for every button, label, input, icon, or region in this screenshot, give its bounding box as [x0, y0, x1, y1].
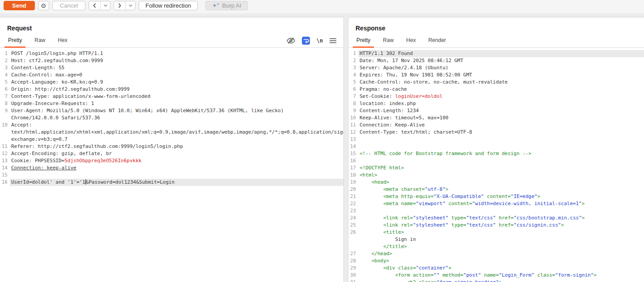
code-line: 26 <title>	[348, 229, 644, 236]
hamburger-menu-icon	[330, 38, 336, 43]
code-line[interactable]: 16UserId=doldol' and '1'='1&Password=dol…	[0, 179, 343, 186]
code-line: 21 <meta http-equiv="X-UA-Compatible" co…	[348, 193, 644, 200]
line-number: 16	[0, 179, 10, 186]
code-line[interactable]: 5Accept-Language: ko-KR,ko;q=0.9	[0, 79, 343, 86]
code-line[interactable]: 13Cookie: PHPSESSID=5djshObppreq3eO526In…	[0, 157, 343, 164]
line-number: 6	[0, 86, 10, 93]
response-tab-render[interactable]: Render	[425, 34, 449, 47]
line-number: 15	[348, 150, 358, 157]
request-tabbar: Pretty Raw Hex	[0, 34, 343, 48]
back-button[interactable]	[89, 1, 101, 10]
response-tab-hex[interactable]: Hex	[402, 34, 419, 47]
send-button[interactable]: Send	[4, 1, 35, 10]
code-line: 24 <link rel="stylesheet" type="text/css…	[348, 215, 644, 222]
code-line[interactable]: 3Content-Length: 55	[0, 64, 343, 72]
line-number: 29	[348, 265, 358, 272]
line-number: 2	[0, 57, 10, 64]
line-number: 8	[348, 100, 358, 107]
sparkle-icon: ✦✦	[212, 3, 220, 8]
line-number: 6	[348, 86, 358, 93]
wrap-lines-icon	[302, 37, 310, 45]
line-number: 16	[348, 157, 358, 164]
code-line: 25 <link rel="stylesheet" type="text/css…	[348, 222, 644, 229]
history-forward-split-button	[114, 1, 136, 10]
code-line: </title>	[348, 243, 644, 250]
code-line: 4Expires: Thu, 19 Nov 1981 08:52:00 GMT	[348, 72, 644, 79]
request-tab-hex[interactable]: Hex	[54, 34, 71, 47]
code-line: 29 <div class="container">	[348, 265, 644, 272]
back-dropdown-button[interactable]	[101, 1, 110, 10]
request-view-options: \n	[287, 37, 339, 47]
code-line: 27 </head>	[348, 250, 644, 257]
editor-menu-button[interactable]	[330, 38, 336, 43]
request-panel-title: Request	[0, 17, 343, 34]
line-number: 10	[348, 114, 358, 122]
toolbar: Send ⚙ Cancel Follow redirection ✦✦ Burp…	[0, 0, 644, 13]
code-line: 3Server: Apache/2.4.18 (Ubuntu)	[348, 64, 644, 72]
code-line[interactable]: 7Content-Type: application/x-www-form-ur…	[0, 93, 343, 100]
code-line[interactable]: 2Host: ctf2.segfaulthub.com:9999	[0, 57, 343, 64]
code-line[interactable]: 9User-Agent: Mozilla/5.0 (Windows NT 10.…	[0, 107, 343, 122]
code-line[interactable]: 12Accept-Encoding: gzip, deflate, br	[0, 150, 343, 157]
burp-ai-button[interactable]: ✦✦ Burp AI	[205, 1, 248, 10]
line-number: 25	[348, 222, 358, 229]
line-ending-toggle[interactable]: \n	[317, 38, 323, 44]
line-number: 1	[0, 50, 10, 57]
chevron-down-icon	[104, 4, 107, 7]
gear-icon: ⚙	[41, 3, 47, 9]
request-tab-pretty[interactable]: Pretty	[4, 34, 25, 47]
line-number: 21	[348, 193, 358, 200]
newline-icon: \n	[317, 38, 323, 44]
request-settings-button[interactable]: ⚙	[38, 1, 49, 10]
line-number: 30	[348, 272, 358, 279]
forward-dropdown-button[interactable]	[126, 1, 135, 10]
line-number: 17	[348, 164, 358, 172]
code-line: 13	[348, 136, 644, 143]
request-editor[interactable]: 1POST /login5/login.php HTTP/1.12Host: c…	[0, 48, 343, 282]
response-tab-raw[interactable]: Raw	[379, 34, 397, 47]
code-line: 2Date: Mon, 17 Nov 2025 08:46:12 GMT	[348, 57, 644, 64]
line-number: 22	[348, 200, 358, 207]
chevron-right-icon	[118, 3, 121, 8]
code-line[interactable]: 14Connection: keep-alive	[0, 164, 343, 172]
code-line[interactable]: 15	[0, 172, 343, 179]
code-line: 16	[348, 157, 644, 164]
code-line: 5Cache-Control: no-store, no-cache, must…	[348, 79, 644, 86]
code-line[interactable]: 6Origin: http://ctf2.segfaulthub.com:999…	[0, 86, 343, 93]
line-number: 11	[0, 143, 10, 150]
line-number: 23	[348, 207, 358, 215]
line-number: 20	[348, 186, 358, 193]
code-line: 10Keep-Alive: timeout=5, max=100	[348, 114, 644, 122]
code-line[interactable]: 11Referer: http://ctf2.segfaulthub.com:9…	[0, 143, 343, 150]
line-number: 5	[348, 79, 358, 86]
response-tab-pretty[interactable]: Pretty	[353, 34, 374, 47]
line-number: 1	[348, 50, 358, 57]
code-line: 12Content-Type: text/html; charset=UTF-8	[348, 129, 644, 136]
code-line: 30 <form action="" method="post" name="L…	[348, 272, 644, 279]
response-viewer[interactable]: 1HTTP/1.1 302 Found2Date: Mon, 17 Nov 20…	[348, 48, 644, 282]
eye-slash-icon	[287, 38, 295, 44]
line-number: 24	[348, 215, 358, 222]
follow-redirection-button[interactable]: Follow redirection	[139, 1, 198, 10]
history-back-split-button	[89, 1, 110, 10]
wrap-lines-toggle[interactable]	[302, 37, 310, 45]
code-line: 22 <meta name="viewport" content="width=…	[348, 200, 644, 207]
response-tabbar: Pretty Raw Hex Render	[348, 34, 644, 48]
line-number: 14	[348, 143, 358, 150]
code-line[interactable]: 4Cache-Control: max-age=0	[0, 72, 343, 79]
line-number: 13	[0, 157, 10, 164]
code-line[interactable]: 1POST /login5/login.php HTTP/1.1	[0, 50, 343, 57]
cancel-button[interactable]: Cancel	[52, 1, 85, 10]
hide-nonprintable-button[interactable]	[287, 38, 295, 44]
line-number: 18	[348, 172, 358, 179]
burp-ai-label: Burp AI	[222, 2, 242, 9]
code-line[interactable]: 8Upgrade-Insecure-Requests: 1	[0, 100, 343, 107]
request-tab-raw[interactable]: Raw	[31, 34, 49, 47]
line-number: 9	[348, 107, 358, 114]
line-number: 27	[348, 250, 358, 257]
code-line: 23	[348, 207, 644, 215]
line-number	[348, 236, 358, 243]
code-line[interactable]: 10Accept: text/html,application/xhtml+xm…	[0, 122, 343, 143]
line-number: 13	[348, 136, 358, 143]
forward-button[interactable]	[114, 1, 126, 10]
